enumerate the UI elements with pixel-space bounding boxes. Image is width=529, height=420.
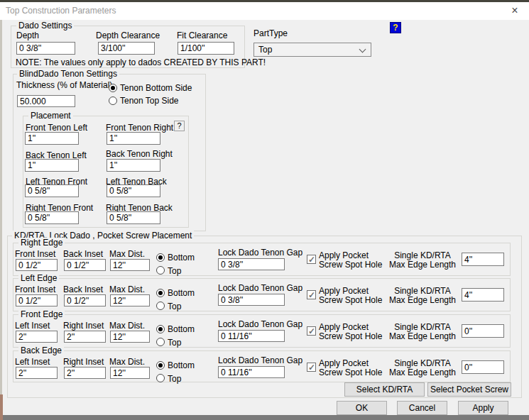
max-dist-input[interactable] — [110, 259, 150, 271]
lock-dado-gap-label: Lock Dado Tenon Gap — [218, 319, 302, 329]
depth-clearance-input[interactable] — [98, 42, 155, 55]
pocket-screw-checkbox[interactable] — [307, 326, 316, 336]
single-kd-rta-label: Single KD/RTA Max Edge Length — [381, 251, 464, 270]
background-left-strip — [0, 2, 2, 394]
blind-dado-group: BlindDado Tenon Settings Thickness (% of… — [13, 74, 206, 231]
right-tenon-front-input[interactable] — [25, 211, 79, 224]
thickness-input[interactable] — [17, 95, 75, 107]
edge-group-label: Left Edge — [18, 273, 59, 283]
dado-note: NOTE: The values only apply to dados CRE… — [16, 57, 266, 67]
title-bar: Top Construction Parameters × — [0, 2, 529, 20]
help-icon[interactable]: ? — [390, 22, 401, 33]
top-radio[interactable] — [156, 302, 165, 310]
front-tenon-left-input[interactable] — [25, 132, 79, 145]
ok-button[interactable]: OK — [337, 401, 387, 415]
inset2-input[interactable] — [64, 259, 106, 271]
lock-dado-gap-label: Lock Dado Tenon Gap — [218, 248, 302, 258]
single-kd-rta-label: Single KD/RTA Max Edge Length — [381, 359, 464, 377]
tenon-bottom-radio[interactable] — [109, 84, 117, 92]
apply-button[interactable]: Apply — [458, 401, 508, 415]
top-radio[interactable] — [156, 374, 165, 382]
top-radio[interactable] — [156, 338, 165, 346]
max-edge-length-input[interactable] — [462, 360, 504, 374]
inset1-input[interactable] — [16, 367, 58, 379]
edge-group-label: Right Edge — [18, 238, 65, 248]
edge-group-label: Front Edge — [18, 309, 65, 319]
top-radio-label: Top — [168, 302, 181, 311]
dado-settings-group: Dado Settings Depth Depth Clearance Fit … — [11, 26, 245, 68]
max-dist-input[interactable] — [110, 331, 150, 343]
edge-group-back: Back Edge Left Inset Right Inset Max Dis… — [13, 350, 511, 382]
depth-label: Depth — [16, 31, 39, 40]
bottom-radio[interactable] — [156, 325, 165, 333]
depth-clearance-label: Depth Clearance — [96, 31, 160, 40]
background-bottom-strip — [3, 415, 529, 420]
inset2-input[interactable] — [64, 367, 106, 379]
top-radio-label: Top — [168, 374, 181, 384]
max-dist-input[interactable] — [110, 367, 150, 379]
inset1-label: Left Inset — [15, 321, 50, 331]
inset2-label: Right Inset — [63, 357, 104, 367]
select-kd-rta-button[interactable]: Select KD/RTA — [344, 382, 425, 397]
inset2-input[interactable] — [64, 331, 106, 343]
left-tenon-front-input[interactable] — [25, 184, 79, 197]
placement-help-button[interactable]: ? — [174, 121, 185, 131]
lock-dado-gap-input[interactable] — [218, 366, 285, 378]
left-tenon-back-input[interactable] — [107, 184, 160, 197]
lock-dado-gap-input[interactable] — [218, 258, 285, 270]
max-dist-input[interactable] — [110, 294, 150, 306]
back-tenon-right-label: Back Tenon Right — [106, 149, 173, 159]
part-type-label: PartType — [253, 28, 288, 38]
pocket-screw-checkbox[interactable] — [307, 255, 316, 264]
chevron-down-icon — [359, 46, 366, 53]
select-pocket-screw-button[interactable]: Select Pocket Screw — [427, 382, 511, 397]
edge-group-label: Back Edge — [18, 346, 64, 355]
top-radio-label: Top — [168, 338, 181, 348]
lock-dado-gap-input[interactable] — [218, 294, 285, 306]
front-tenon-right-label: Front Tenon Right — [106, 123, 173, 133]
top-radio-label: Top — [168, 266, 181, 276]
window-title: Top Construction Parameters — [6, 2, 116, 20]
inset2-label: Back Inset — [63, 284, 103, 294]
top-radio[interactable] — [156, 266, 165, 275]
lock-dado-gap-label: Lock Dado Tenon Gap — [218, 283, 302, 293]
cancel-button[interactable]: Cancel — [397, 401, 447, 415]
fit-clearance-input[interactable] — [178, 42, 234, 55]
bottom-radio-label: Bottom — [168, 288, 195, 298]
inset2-input[interactable] — [64, 294, 106, 306]
inset2-label: Back Inset — [63, 249, 103, 259]
max-dist-label: Max Dist. — [109, 321, 145, 331]
single-kd-rta-label: Single KD/RTA Max Edge Length — [381, 287, 464, 305]
back-tenon-right-input[interactable] — [107, 159, 160, 172]
front-tenon-right-input[interactable] — [107, 132, 160, 145]
part-type-dropdown[interactable]: Top — [253, 43, 371, 57]
bottom-radio[interactable] — [156, 289, 165, 297]
depth-input[interactable] — [16, 42, 75, 55]
lock-dado-gap-input[interactable] — [218, 330, 285, 342]
bottom-radio-label: Bottom — [168, 324, 195, 334]
max-edge-length-input[interactable] — [462, 324, 504, 338]
pocket-screw-label: Apply Pocket Screw Spot Hole — [319, 251, 382, 270]
max-dist-label: Max Dist. — [109, 249, 145, 259]
fit-clearance-label: Fit Clearance — [177, 31, 227, 40]
close-icon[interactable]: × — [502, 2, 528, 20]
bottom-radio[interactable] — [156, 361, 165, 370]
pocket-screw-label: Apply Pocket Screw Spot Hole — [319, 323, 382, 341]
pocket-screw-label: Apply Pocket Screw Spot Hole — [319, 287, 382, 305]
right-tenon-back-input[interactable] — [107, 211, 160, 224]
pocket-screw-checkbox[interactable] — [307, 290, 316, 299]
max-edge-length-input[interactable] — [462, 253, 504, 266]
dado-settings-group-label: Dado Settings — [16, 21, 74, 31]
back-tenon-left-input[interactable] — [25, 159, 79, 172]
inset1-input[interactable] — [16, 259, 58, 271]
placement-group-label: Placement — [28, 111, 73, 121]
inset1-input[interactable] — [16, 294, 58, 306]
tenon-top-radio[interactable] — [109, 96, 117, 105]
pocket-screw-checkbox[interactable] — [307, 363, 316, 372]
blind-dado-group-label: BlindDado Tenon Settings — [17, 69, 119, 79]
lock-dado-gap-label: Lock Dado Tenon Gap — [218, 355, 302, 365]
inset2-label: Right Inset — [63, 321, 104, 331]
max-edge-length-input[interactable] — [462, 288, 504, 302]
bottom-radio[interactable] — [156, 253, 165, 262]
inset1-input[interactable] — [16, 331, 58, 343]
